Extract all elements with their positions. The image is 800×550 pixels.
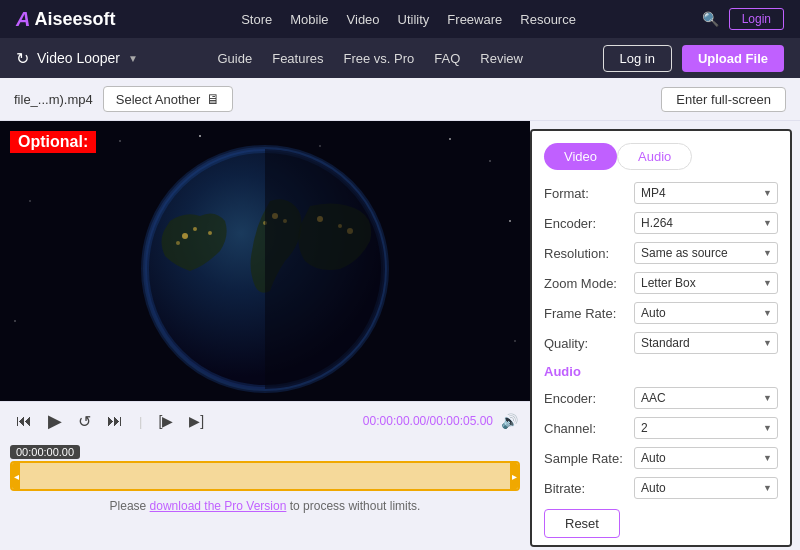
svg-point-9 [14, 320, 16, 322]
nav-utility[interactable]: Utility [398, 12, 430, 27]
play-button[interactable]: ▶ [44, 408, 66, 434]
quality-row: Quality: Standard [544, 332, 778, 354]
search-icon[interactable]: 🔍 [702, 11, 719, 27]
zoom-row: Zoom Mode: Letter Box [544, 272, 778, 294]
quality-select[interactable]: Standard [634, 332, 778, 354]
top-navigation: A Aiseesoft Store Mobile Video Utility F… [0, 0, 800, 38]
svg-point-4 [319, 145, 321, 147]
zoom-select[interactable]: Letter Box [634, 272, 778, 294]
video-preview [0, 121, 530, 401]
app-title-area: ↻ Video Looper ▼ [16, 49, 138, 68]
svg-point-15 [193, 227, 197, 231]
format-select[interactable]: MP4 [634, 182, 778, 204]
samplerate-row: Sample Rate: Auto [544, 447, 778, 469]
controls-bar: ⏮ ▶ ↺ ⏭ | [▶ ▶] 00:00:00.00/00:00:05.00 … [0, 401, 530, 440]
channel-select[interactable]: 2 [634, 417, 778, 439]
second-nav-right: Log in Upload File [603, 45, 784, 72]
resolution-label: Resolution: [544, 246, 634, 261]
channel-select-wrapper: 2 [634, 417, 778, 439]
pro-version-link[interactable]: download the Pro Version [150, 499, 287, 513]
app-title: Video Looper [37, 50, 120, 66]
nav-review[interactable]: Review [480, 51, 523, 66]
resolution-select[interactable]: Same as source [634, 242, 778, 264]
nav-mobile[interactable]: Mobile [290, 12, 328, 27]
encoder-label: Encoder: [544, 216, 634, 231]
timeline-handle-right[interactable]: ▸ [510, 463, 518, 489]
encoder-row: Encoder: H.264 [544, 212, 778, 234]
audio-encoder-select-wrapper: AAC [634, 387, 778, 409]
fullscreen-button[interactable]: Enter full-screen [661, 87, 786, 112]
svg-point-6 [489, 160, 491, 162]
svg-point-10 [514, 340, 516, 342]
mark-out-button[interactable]: ▶] [185, 411, 208, 431]
channel-row: Channel: 2 [544, 417, 778, 439]
encoder-select[interactable]: H.264 [634, 212, 778, 234]
file-bar: file_...m).mp4 Select Another 🖥 Enter fu… [0, 78, 800, 121]
quality-select-wrapper: Standard [634, 332, 778, 354]
nav-free-vs-pro[interactable]: Free vs. Pro [344, 51, 415, 66]
main-content: Optional: [0, 121, 800, 550]
framerate-select[interactable]: Auto [634, 302, 778, 324]
tab-audio[interactable]: Audio [617, 143, 692, 170]
svg-point-17 [208, 231, 212, 235]
bitrate-select-wrapper: Auto [634, 477, 778, 499]
second-nav-links: Guide Features Free vs. Pro FAQ Review [218, 51, 523, 66]
nav-faq[interactable]: FAQ [434, 51, 460, 66]
step-back-button[interactable]: ⏮ [12, 410, 36, 432]
format-select-wrapper: MP4 [634, 182, 778, 204]
svg-point-14 [182, 233, 188, 239]
timeline-track[interactable]: ◂ ▸ [10, 461, 520, 491]
nav-freeware[interactable]: Freeware [447, 12, 502, 27]
log-in-button[interactable]: Log in [603, 45, 672, 72]
nav-features[interactable]: Features [272, 51, 323, 66]
step-forward-button[interactable]: ⏭ [103, 410, 127, 432]
login-button[interactable]: Login [729, 8, 784, 30]
tab-video[interactable]: Video [544, 143, 617, 170]
time-display: 00:00:00.00/00:00:05.00 [363, 414, 493, 428]
svg-point-5 [449, 138, 451, 140]
nav-guide[interactable]: Guide [218, 51, 253, 66]
reset-button[interactable]: Reset [544, 509, 620, 538]
timeline-handle-left[interactable]: ◂ [12, 463, 20, 489]
svg-point-16 [176, 241, 180, 245]
logo: A Aiseesoft [16, 8, 115, 31]
file-name: file_...m).mp4 [14, 92, 93, 107]
upload-file-button[interactable]: Upload File [682, 45, 784, 72]
panel-bottom: Reset Cancel Confirm [544, 509, 778, 547]
samplerate-select-wrapper: Auto [634, 447, 778, 469]
nav-resource[interactable]: Resource [520, 12, 576, 27]
mark-in-button[interactable]: [▶ [154, 411, 177, 431]
audio-encoder-label: Encoder: [544, 391, 634, 406]
pro-message: Please download the Pro Version to proce… [0, 493, 530, 517]
bitrate-row: Bitrate: Auto [544, 477, 778, 499]
audio-encoder-select[interactable]: AAC [634, 387, 778, 409]
nav-store[interactable]: Store [241, 12, 272, 27]
top-nav-right: 🔍 Login [702, 8, 784, 30]
nav-video[interactable]: Video [347, 12, 380, 27]
file-bar-left: file_...m).mp4 Select Another 🖥 [14, 86, 233, 112]
framerate-select-wrapper: Auto [634, 302, 778, 324]
top-nav-links: Store Mobile Video Utility Freeware Reso… [241, 12, 576, 27]
svg-point-7 [29, 200, 31, 202]
audio-section-header: Audio [544, 364, 778, 379]
resolution-select-wrapper: Same as source [634, 242, 778, 264]
encoder-select-wrapper: H.264 [634, 212, 778, 234]
loop-button[interactable]: ↺ [74, 410, 95, 433]
format-row: Format: MP4 [544, 182, 778, 204]
zoom-label: Zoom Mode: [544, 276, 634, 291]
svg-point-8 [509, 220, 511, 222]
quality-label: Quality: [544, 336, 634, 351]
audio-encoder-row: Encoder: AAC [544, 387, 778, 409]
framerate-row: Frame Rate: Auto [544, 302, 778, 324]
bitrate-select[interactable]: Auto [634, 477, 778, 499]
format-label: Format: [544, 186, 634, 201]
samplerate-select[interactable]: Auto [634, 447, 778, 469]
separator: | [139, 414, 142, 429]
zoom-select-wrapper: Letter Box [634, 272, 778, 294]
dropdown-icon[interactable]: ▼ [128, 53, 138, 64]
second-navigation: ↻ Video Looper ▼ Guide Features Free vs.… [0, 38, 800, 78]
select-another-button[interactable]: Select Another 🖥 [103, 86, 234, 112]
resolution-row: Resolution: Same as source [544, 242, 778, 264]
framerate-label: Frame Rate: [544, 306, 634, 321]
volume-icon[interactable]: 🔊 [501, 413, 518, 429]
